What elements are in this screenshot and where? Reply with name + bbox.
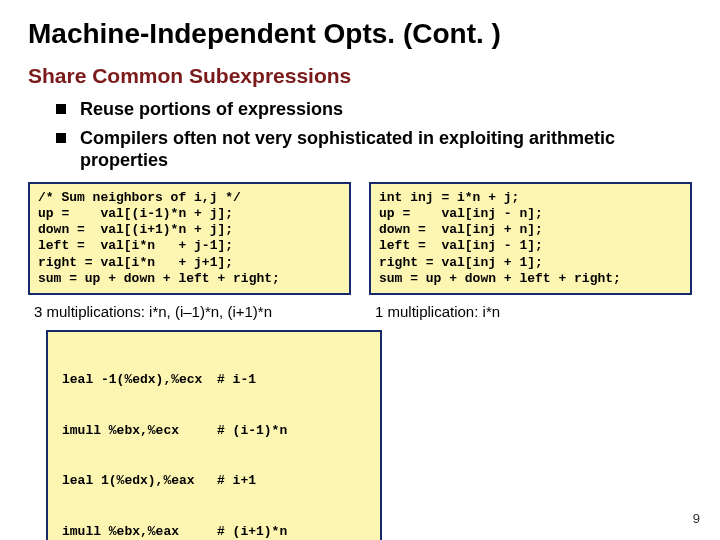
bullet-list: Reuse portions of expressions Compilers …: [56, 98, 692, 172]
section-heading: Share Common Subexpressions: [28, 64, 692, 88]
code-row: /* Sum neighbors of i,j */ up = val[(i-1…: [28, 182, 692, 331]
asm-instr: leal -1(%edx),%ecx: [62, 372, 217, 389]
code-optimized: int inj = i*n + j; up = val[inj - n]; do…: [369, 182, 692, 296]
slide: Machine-Independent Opts. (Cont. ) Share…: [0, 0, 720, 540]
page-title: Machine-Independent Opts. (Cont. ): [28, 18, 692, 50]
asm-instr: imull %ebx,%eax: [62, 524, 217, 540]
assembly-listing: leal -1(%edx),%ecx# i-1 imull %ebx,%ecx#…: [46, 330, 382, 540]
asm-comment: # i-1: [217, 372, 372, 389]
asm-comment: # (i-1)*n: [217, 423, 372, 440]
asm-comment: # i+1: [217, 473, 372, 490]
caption-left: 3 multiplications: i*n, (i–1)*n, (i+1)*n: [34, 303, 351, 320]
asm-instr: imull %ebx,%ecx: [62, 423, 217, 440]
code-col-right: int inj = i*n + j; up = val[inj - n]; do…: [369, 182, 692, 331]
asm-line: imull %ebx,%ecx# (i-1)*n: [62, 423, 372, 440]
asm-line: imull %ebx,%eax# (i+1)*n: [62, 524, 372, 540]
asm-instr: leal 1(%edx),%eax: [62, 473, 217, 490]
bullet-item: Reuse portions of expressions: [56, 98, 692, 121]
asm-line: leal -1(%edx),%ecx# i-1: [62, 372, 372, 389]
bullet-item: Compilers often not very sophisticated i…: [56, 127, 692, 172]
asm-line: leal 1(%edx),%eax# i+1: [62, 473, 372, 490]
asm-comment: # (i+1)*n: [217, 524, 372, 540]
caption-right: 1 multiplication: i*n: [375, 303, 692, 320]
code-col-left: /* Sum neighbors of i,j */ up = val[(i-1…: [28, 182, 351, 331]
page-number: 9: [693, 511, 700, 526]
code-original: /* Sum neighbors of i,j */ up = val[(i-1…: [28, 182, 351, 296]
